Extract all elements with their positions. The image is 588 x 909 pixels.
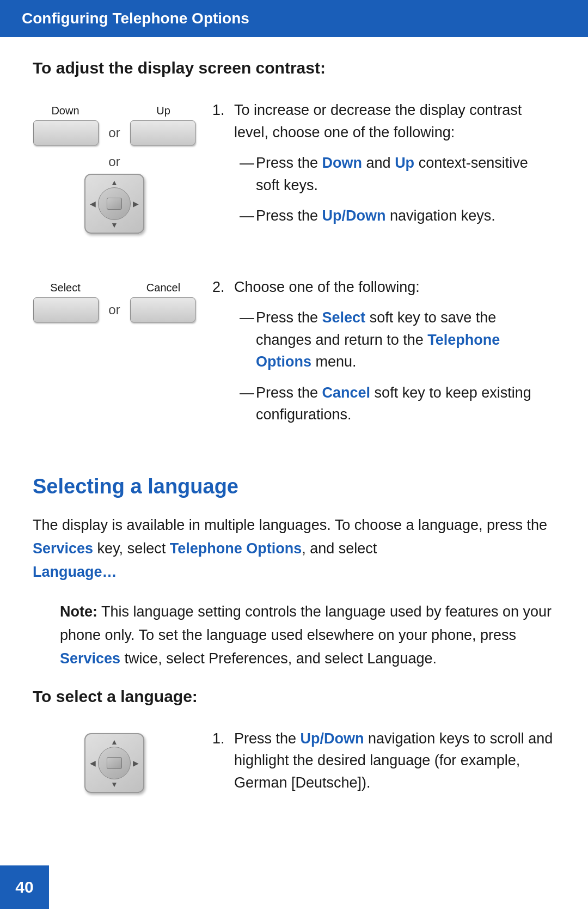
note-box: Note: This language setting controls the… bbox=[60, 600, 555, 671]
bullet2-1-text: Press the Select soft key to save the ch… bbox=[256, 307, 555, 373]
softkey-labels: Down Up bbox=[33, 105, 196, 117]
step1-text-block: To increase or decrease the display cont… bbox=[234, 99, 555, 236]
arrow-up-icon-2: ▲ bbox=[111, 737, 118, 746]
bullet1-2: — Press the Up/Down navigation keys. bbox=[240, 205, 555, 227]
up-softkey[interactable] bbox=[130, 120, 195, 145]
step1-item: 1. To increase or decrease the display c… bbox=[212, 99, 555, 236]
step2-bullets: — Press the Select soft key to save the … bbox=[240, 307, 555, 426]
arrow-down-icon-2: ▼ bbox=[111, 780, 118, 789]
arrow-down-icon: ▼ bbox=[111, 221, 118, 229]
bullet2-2: — Press the Cancel soft key to keep exis… bbox=[240, 382, 555, 426]
arrow-left-icon: ◀ bbox=[90, 199, 96, 208]
select-label: Select bbox=[33, 282, 98, 294]
arrow-right-icon: ▶ bbox=[133, 199, 139, 208]
note-text: Note: This language setting controls the… bbox=[60, 600, 555, 671]
footer: 40 bbox=[0, 865, 588, 909]
section2-title: Selecting a language bbox=[33, 475, 555, 498]
navkey-inner-2 bbox=[98, 747, 131, 779]
tel-options-link-2: Telephone Options bbox=[170, 540, 302, 557]
step2-item: 2. Choose one of the following: — Press … bbox=[212, 276, 555, 435]
step1-image-area: Down Up or or ▲ ◀ ▶ ▼ bbox=[33, 99, 196, 234]
bullet1-1-text: Press the Down and Up context-sensitive … bbox=[256, 152, 555, 196]
lang-step1-row: ▲ ◀ ▶ ▼ 1. Press the Up/Down navigation … bbox=[33, 728, 555, 807]
updown-link-2: Up/Down bbox=[301, 730, 364, 747]
step2-image-area: Select Cancel or bbox=[33, 276, 196, 327]
page-number: 40 bbox=[0, 865, 49, 909]
note-bold: Note: bbox=[60, 603, 97, 620]
arrow-left-icon-2: ◀ bbox=[90, 759, 96, 767]
select-softkey[interactable] bbox=[33, 297, 99, 322]
lang-step1-num: 1. bbox=[212, 728, 234, 794]
or-label-1: or bbox=[108, 125, 120, 141]
navkey-enter-2 bbox=[107, 757, 122, 769]
cancel-softkey[interactable] bbox=[130, 297, 195, 322]
tel-options-link: Telephone Options bbox=[256, 332, 500, 370]
step2-num: 2. bbox=[212, 276, 234, 435]
lang-step1-image: ▲ ◀ ▶ ▼ bbox=[33, 728, 196, 793]
main-content: To adjust the display screen contrast: D… bbox=[0, 59, 588, 877]
softkey-down-label: Down bbox=[33, 105, 98, 117]
navkey-widget-1[interactable]: ▲ ◀ ▶ ▼ bbox=[84, 174, 144, 234]
numbered-list-3: 1. Press the Up/Down navigation keys to … bbox=[212, 728, 555, 794]
lang-step1-content: 1. Press the Up/Down navigation keys to … bbox=[196, 728, 555, 807]
softkey-row2: or bbox=[33, 297, 195, 322]
dash-icon-2: — bbox=[240, 205, 256, 227]
select-link: Select bbox=[322, 309, 366, 326]
arrow-right-icon-2: ▶ bbox=[133, 759, 139, 767]
step2-content: 2. Choose one of the following: — Press … bbox=[196, 276, 555, 448]
softkey-up-label: Up bbox=[131, 105, 196, 117]
navkey-inner-1 bbox=[98, 187, 131, 220]
step1-content: 1. To increase or decrease the display c… bbox=[196, 99, 555, 249]
step1-num: 1. bbox=[212, 99, 234, 236]
bullet1-2-text: Press the Up/Down navigation keys. bbox=[256, 205, 495, 227]
or-label-2: or bbox=[108, 154, 120, 169]
step1-row: Down Up or or ▲ ◀ ▶ ▼ bbox=[33, 99, 555, 249]
down-link: Down bbox=[322, 155, 363, 171]
bullet2-2-text: Press the Cancel soft key to keep existi… bbox=[256, 382, 555, 426]
services-link-2: Services bbox=[60, 650, 120, 667]
softkey-row1: or bbox=[33, 120, 195, 145]
step1-bullets: — Press the Down and Up context-sensitiv… bbox=[240, 152, 555, 227]
dash-icon-4: — bbox=[240, 382, 256, 426]
bullet2-1: — Press the Select soft key to save the … bbox=[240, 307, 555, 373]
softkey-labels-2: Select Cancel bbox=[33, 282, 196, 294]
updown-link-1: Up/Down bbox=[322, 208, 386, 224]
section1-heading: To adjust the display screen contrast: bbox=[33, 59, 555, 77]
dash-icon-3: — bbox=[240, 307, 256, 373]
arrow-up-icon: ▲ bbox=[111, 178, 118, 187]
numbered-list-1: 1. To increase or decrease the display c… bbox=[212, 99, 555, 236]
header-title: Configuring Telephone Options bbox=[22, 10, 249, 27]
services-link-1: Services bbox=[33, 540, 93, 557]
lang-step1-item: 1. Press the Up/Down navigation keys to … bbox=[212, 728, 555, 794]
step1-text: To increase or decrease the display cont… bbox=[234, 102, 522, 141]
navkey-widget-2[interactable]: ▲ ◀ ▶ ▼ bbox=[84, 733, 144, 793]
step2-row: Select Cancel or 2. Choose one of the fo… bbox=[33, 276, 555, 448]
cancel-label: Cancel bbox=[131, 282, 196, 294]
step2-text: Choose one of the following: bbox=[234, 279, 420, 295]
step2-text-block: Choose one of the following: — Press the… bbox=[234, 276, 555, 435]
cancel-link: Cancel bbox=[322, 385, 371, 401]
down-softkey[interactable] bbox=[33, 120, 99, 145]
lang-step1-text-block: Press the Up/Down navigation keys to scr… bbox=[234, 728, 555, 794]
section2-body1: The display is available in multiple lan… bbox=[33, 514, 555, 584]
language-link: Language… bbox=[33, 564, 117, 580]
up-link: Up bbox=[395, 155, 414, 171]
header-bar: Configuring Telephone Options bbox=[0, 0, 588, 37]
bullet1-1: — Press the Down and Up context-sensitiv… bbox=[240, 152, 555, 196]
section2-subheading: To select a language: bbox=[33, 687, 555, 706]
numbered-list-2: 2. Choose one of the following: — Press … bbox=[212, 276, 555, 435]
or-label-3: or bbox=[108, 302, 120, 318]
navkey-enter-1 bbox=[107, 198, 122, 210]
dash-icon-1: — bbox=[240, 152, 256, 196]
